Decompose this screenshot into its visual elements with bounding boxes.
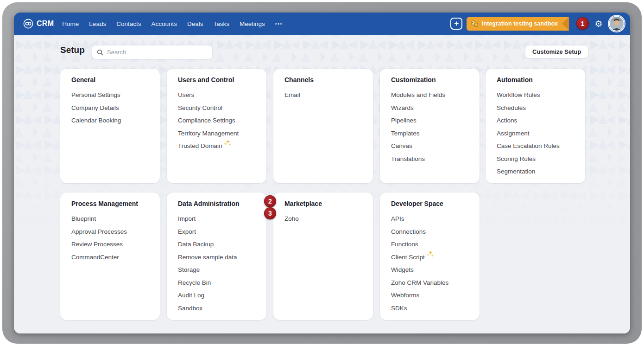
sparkle-icon: [427, 251, 434, 257]
setup-link-recycle-bin[interactable]: Recycle Bin: [178, 276, 255, 289]
nav-items: Home Leads Contacts Accounts Deals Tasks…: [62, 20, 265, 27]
setup-link-zoho[interactable]: Zoho: [284, 212, 362, 225]
nav-item-tasks[interactable]: Tasks: [213, 20, 229, 27]
setup-link-case-escalation-rules[interactable]: Case Escalation Rules: [497, 140, 574, 153]
setup-link-compliance-settings[interactable]: Compliance Settings: [178, 114, 255, 127]
settings-gear-icon[interactable]: ⚙: [593, 18, 605, 30]
setup-link-audit-log[interactable]: Audit Log: [178, 289, 255, 302]
setup-header: Setup Customize Setup: [14, 35, 630, 59]
nav-item-meetings[interactable]: Meetings: [240, 20, 265, 27]
card-channels: Channels Email: [273, 69, 373, 183]
setup-link-canvas[interactable]: Canvas: [391, 140, 468, 153]
card-customization: Customization Modules and Fields Wizards…: [380, 69, 480, 183]
nav-item-contacts[interactable]: Contacts: [116, 20, 141, 27]
nav-item-home[interactable]: Home: [62, 20, 79, 27]
card-title: Data Administration: [178, 199, 255, 208]
item-label: Trusted Domain: [178, 142, 222, 149]
search-input[interactable]: [106, 48, 212, 56]
setup-link-approval-processes[interactable]: Approval Processes: [71, 225, 149, 238]
card-title: General: [71, 76, 149, 84]
setup-link-security-control[interactable]: Security Control: [178, 102, 255, 115]
setup-link-territory-management[interactable]: Territory Management: [178, 127, 255, 140]
setup-link-remove-sample-data[interactable]: Remove sample data: [178, 251, 255, 264]
nav-item-deals[interactable]: Deals: [187, 20, 203, 27]
setup-link-calendar-booking[interactable]: Calendar Booking: [71, 114, 149, 127]
top-navbar: CRM Home Leads Contacts Accounts Deals T…: [14, 13, 630, 35]
setup-link-webforms[interactable]: Webforms: [391, 289, 468, 302]
sandbox-icon: [471, 20, 479, 27]
setup-link-email[interactable]: Email: [284, 89, 362, 102]
setup-link-scoring-rules[interactable]: Scoring Rules: [497, 153, 574, 166]
card-title: Channels: [284, 76, 362, 84]
setup-link-templates[interactable]: Templates: [391, 127, 468, 140]
nav-more-icon[interactable]: •••: [275, 21, 283, 26]
setup-link-company-details[interactable]: Company Details: [71, 102, 149, 115]
card-title: Developer Space: [391, 199, 468, 208]
card-users-and-control: Users and Control Users Security Control…: [167, 69, 266, 183]
sparkle-icon: [224, 140, 232, 146]
setup-link-sdks[interactable]: SDKs: [391, 302, 468, 315]
setup-link-translations[interactable]: Translations: [391, 153, 468, 166]
card-title: Marketplace: [284, 199, 362, 208]
setup-link-review-processes[interactable]: Review Processes: [71, 238, 149, 251]
customize-setup-button[interactable]: Customize Setup: [525, 45, 588, 58]
sandbox-ribbon-label: Integration testing sandbox: [482, 20, 558, 27]
setup-link-workflow-rules[interactable]: Workflow Rules: [497, 89, 574, 102]
page-title: Setup: [60, 45, 85, 55]
setup-link-commandcenter[interactable]: CommandCenter: [71, 251, 149, 264]
setup-link-import[interactable]: Import: [178, 212, 255, 225]
setup-link-segmentation[interactable]: Segmentation: [497, 165, 574, 178]
annotation-mark-1: 1: [576, 17, 589, 30]
setup-link-widgets[interactable]: Widgets: [391, 263, 468, 276]
setup-link-data-backup[interactable]: Data Backup: [178, 238, 255, 251]
setup-link-actions[interactable]: Actions: [497, 114, 574, 127]
app-window: CRM Home Leads Contacts Accounts Deals T…: [14, 13, 630, 333]
setup-link-trusted-domain[interactable]: Trusted Domain: [178, 140, 255, 153]
setup-search-box: [92, 45, 213, 59]
setup-link-assignment[interactable]: Assignment: [497, 127, 574, 140]
card-title: Automation: [497, 76, 574, 84]
user-avatar[interactable]: [609, 16, 625, 32]
setup-link-export[interactable]: Export: [178, 225, 255, 238]
setup-link-modules-and-fields[interactable]: Modules and Fields: [391, 89, 468, 102]
card-title: Process Management: [71, 199, 149, 208]
setup-link-storage[interactable]: Storage: [178, 263, 255, 276]
setup-link-blueprint[interactable]: Blueprint: [71, 212, 149, 225]
sandbox-ribbon[interactable]: Integration testing sandbox: [467, 17, 569, 31]
setup-link-wizards[interactable]: Wizards: [391, 102, 468, 115]
setup-link-client-script[interactable]: Client Script: [391, 251, 468, 264]
setup-link-connections[interactable]: Connections: [391, 225, 468, 238]
setup-link-zoho-crm-variables[interactable]: Zoho CRM Variables: [391, 276, 468, 289]
card-title: Users and Control: [178, 76, 255, 84]
setup-link-pipelines[interactable]: Pipelines: [391, 114, 468, 127]
item-label: Client Script: [391, 254, 425, 261]
zoho-crm-logo-icon[interactable]: [23, 19, 33, 29]
setup-link-sandbox[interactable]: Sandbox: [178, 302, 255, 315]
quick-create-button[interactable]: +: [450, 18, 462, 30]
setup-link-personal-settings[interactable]: Personal Settings: [71, 89, 149, 102]
card-developer-space: Developer Space APIs Connections Functio…: [380, 192, 480, 320]
setup-link-functions[interactable]: Functions: [391, 238, 468, 251]
setup-link-schedules[interactable]: Schedules: [497, 102, 574, 115]
setup-link-apis[interactable]: APIs: [391, 212, 468, 225]
nav-item-leads[interactable]: Leads: [89, 20, 106, 27]
card-general: General Personal Settings Company Detail…: [60, 69, 160, 183]
brand-label: CRM: [37, 19, 54, 28]
card-title: Customization: [391, 76, 468, 84]
search-icon: [97, 49, 103, 56]
card-automation: Automation Workflow Rules Schedules Acti…: [486, 69, 585, 183]
annotation-mark-3: 3: [264, 207, 276, 219]
setup-link-users[interactable]: Users: [178, 89, 255, 102]
navbar-right: + Integration testing sandbox ⚙: [450, 13, 625, 35]
nav-item-accounts[interactable]: Accounts: [151, 20, 177, 27]
card-process-management: Process Management Blueprint Approval Pr…: [60, 192, 160, 320]
annotation-mark-2: 2: [264, 195, 276, 207]
card-marketplace: Marketplace Zoho: [273, 192, 373, 320]
card-data-administration: Data Administration Import Export Data B…: [167, 192, 266, 320]
